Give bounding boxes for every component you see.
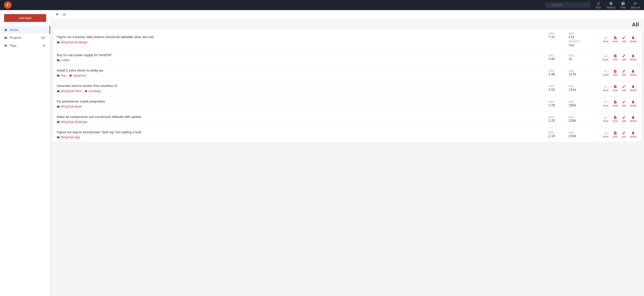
edit-button[interactable]: edit bbox=[621, 100, 627, 108]
edit-button[interactable]: edit bbox=[621, 69, 627, 77]
delete-button[interactable]: delete bbox=[629, 36, 638, 43]
urg-label: Urg bbox=[548, 85, 564, 88]
delete-button[interactable]: delete bbox=[629, 131, 638, 139]
sync-button[interactable]: Sync bbox=[596, 2, 601, 9]
delete-button[interactable]: delete bbox=[629, 100, 638, 108]
check-icon bbox=[604, 116, 607, 119]
task-project-link[interactable]: WingTask.Base bbox=[57, 105, 82, 108]
delete-button[interactable]: delete bbox=[629, 84, 638, 92]
edit-label: edit bbox=[622, 89, 626, 92]
edit-button[interactable]: edit bbox=[621, 84, 627, 92]
folder-icon bbox=[57, 74, 60, 77]
table-row: Fix taskdserver install prequisitesWingT… bbox=[53, 96, 642, 112]
view-button[interactable]: view bbox=[612, 84, 619, 92]
task-project-link[interactable]: WingTask.Redesign bbox=[57, 41, 88, 44]
add-task-button[interactable]: Add task bbox=[4, 14, 46, 22]
view-button[interactable]: view bbox=[612, 100, 619, 108]
breadcrumb: › all bbox=[50, 10, 644, 19]
home-icon bbox=[4, 28, 8, 32]
task-project-link[interactable]: WingTask.App bbox=[57, 136, 80, 139]
view-button[interactable]: view bbox=[612, 69, 619, 77]
app-logo: F bbox=[4, 1, 12, 9]
view-button[interactable]: view bbox=[612, 131, 619, 139]
view-label: view bbox=[613, 135, 618, 138]
task-list: Figure out if priority radio buttons sho… bbox=[52, 29, 642, 142]
task-project-link[interactable]: Nas bbox=[57, 74, 66, 77]
urg-label: Urg bbox=[548, 101, 564, 103]
age-value: 229d bbox=[569, 119, 584, 122]
view-document-icon bbox=[613, 36, 617, 40]
edit-icon bbox=[622, 36, 626, 40]
age-label: Age bbox=[569, 32, 584, 35]
help-button[interactable]: Help bbox=[621, 2, 626, 9]
task-project-link[interactable]: WingTask.Redesign bbox=[57, 120, 88, 124]
edit-button[interactable]: edit bbox=[621, 115, 627, 123]
done-button[interactable]: done bbox=[602, 54, 609, 61]
done-label: done bbox=[603, 40, 608, 43]
age-label: Age bbox=[569, 85, 584, 88]
edit-button[interactable]: edit bbox=[621, 36, 627, 43]
folder-icon bbox=[4, 36, 8, 40]
task-title: Generate service worker from workbox cli bbox=[57, 84, 545, 88]
delete-icon bbox=[631, 131, 635, 135]
task-project-link[interactable]: WingTask.PWA bbox=[57, 89, 81, 93]
done-button[interactable]: done bbox=[602, 131, 609, 139]
projects-badge: 10 bbox=[40, 36, 46, 40]
check-icon bbox=[604, 54, 607, 58]
done-button[interactable]: done bbox=[602, 100, 609, 108]
settings-button[interactable]: Settings bbox=[606, 2, 615, 9]
search-input[interactable] bbox=[545, 2, 591, 8]
sidebar-item-tags[interactable]: Tags 6 bbox=[0, 42, 50, 49]
view-document-icon bbox=[613, 85, 617, 88]
urg-label: Urg bbox=[548, 116, 564, 119]
age-value: 131d bbox=[569, 88, 584, 91]
view-button[interactable]: view bbox=[612, 36, 619, 43]
view-label: view bbox=[613, 120, 618, 122]
sidebar-item-home[interactable]: Home bbox=[0, 26, 50, 34]
done-button[interactable]: done bbox=[602, 69, 609, 77]
folder-icon bbox=[57, 90, 60, 93]
delete-button[interactable]: delete bbox=[629, 69, 638, 77]
task-title: Figure out if priority radio buttons sho… bbox=[57, 35, 545, 39]
table-row: Generate service worker from workbox cli… bbox=[53, 81, 642, 96]
done-button[interactable]: done bbox=[602, 115, 609, 123]
task-tag-link[interactable]: departure bbox=[69, 74, 86, 77]
signout-label: Sign out bbox=[631, 6, 640, 9]
sync-label: Sync bbox=[596, 6, 601, 9]
signout-button[interactable]: Sign out bbox=[631, 2, 640, 9]
main-content: › all All Figure out if priority radio b… bbox=[50, 10, 644, 142]
delete-icon bbox=[631, 85, 635, 88]
done-button[interactable]: done bbox=[602, 84, 609, 92]
folder-icon bbox=[57, 105, 60, 108]
age-label: Age bbox=[569, 54, 584, 57]
table-row: Install 2 extra drives to philly joeNasd… bbox=[53, 65, 642, 81]
sidebar-item-projects[interactable]: Projects 10 bbox=[0, 34, 50, 42]
breadcrumb-separator: › bbox=[60, 13, 61, 16]
view-label: view bbox=[613, 40, 618, 43]
urg-value: 2.52 bbox=[548, 88, 564, 91]
view-document-icon bbox=[613, 100, 617, 104]
page-header: All bbox=[50, 19, 644, 29]
check-icon bbox=[604, 70, 607, 73]
breadcrumb-home-icon[interactable] bbox=[55, 13, 59, 17]
sidebar-tags-label: Tags bbox=[10, 44, 16, 47]
edit-button[interactable]: edit bbox=[621, 131, 627, 139]
urg-label: Urg bbox=[548, 54, 564, 57]
task-tag-link[interactable]: someday bbox=[85, 89, 101, 93]
delete-label: delete bbox=[630, 58, 637, 61]
delete-button[interactable]: delete bbox=[629, 115, 638, 123]
edit-icon bbox=[622, 116, 626, 119]
delete-button[interactable]: delete bbox=[629, 54, 638, 61]
task-project-link[interactable]: LxMini bbox=[57, 58, 70, 62]
page-title: All bbox=[632, 21, 639, 28]
urg-value: 2.28 bbox=[548, 103, 564, 107]
delete-label: delete bbox=[630, 89, 637, 92]
view-button[interactable]: view bbox=[612, 115, 619, 123]
done-button[interactable]: done bbox=[602, 36, 609, 43]
age-label: Age bbox=[569, 116, 584, 119]
settings-icon bbox=[609, 2, 613, 6]
edit-button[interactable]: edit bbox=[621, 54, 627, 61]
view-label: view bbox=[613, 89, 618, 92]
view-button[interactable]: view bbox=[612, 54, 619, 61]
view-document-icon bbox=[613, 54, 617, 58]
